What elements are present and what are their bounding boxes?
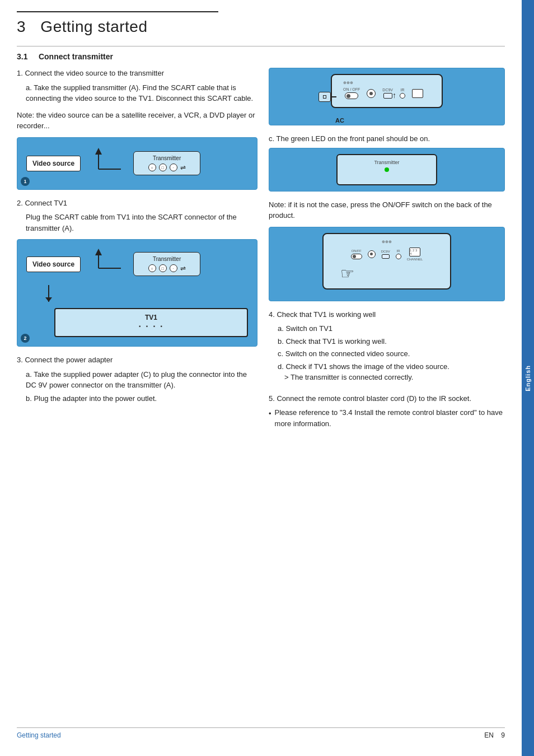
step-badge-1: 1 xyxy=(21,177,30,186)
ac-label: AC xyxy=(335,117,344,124)
transmitter-unit-2: Transmitter ○ □ · ⇌ xyxy=(133,252,200,276)
right-column: ⊕⊕⊕ ON / OFF xyxy=(269,68,505,727)
step2-main: 2. Connect TV1 xyxy=(17,198,257,209)
connector-svg-2 xyxy=(87,249,127,279)
port-square-2: □ xyxy=(159,264,167,272)
footer-en-label: EN xyxy=(484,731,494,739)
chapter-title-text: Getting started xyxy=(40,18,147,35)
tv1-cable-section: TV1 · · · · xyxy=(43,285,248,337)
step4-sub-a: a. Switch on TV1 xyxy=(278,323,505,334)
transmitter-front-diagram: Transmitter xyxy=(269,148,505,192)
left-column: 1. Connect the video source to the trans… xyxy=(17,68,257,727)
hand-pointer-icon: ☞ xyxy=(340,264,354,283)
port-usb-2: ⇌ xyxy=(180,264,186,272)
section-rule xyxy=(17,46,505,46)
step4-sub-d: d. Check if TV1 shows the image of the v… xyxy=(278,361,505,383)
chapter-number: 3 xyxy=(17,18,26,35)
svg-marker-1 xyxy=(95,148,102,155)
tv1-cable-svg xyxy=(43,285,88,302)
port-dot-1: · xyxy=(170,164,177,171)
sidebar-tab: English xyxy=(522,0,534,756)
device-top-row: ⊕⊕⊕ xyxy=(343,81,430,85)
note-right-1: c. The green LED on the front panel shou… xyxy=(269,133,505,144)
transmitter-unit-1: Transmitter ○ □ · ⇌ xyxy=(133,151,200,175)
port-square-1: □ xyxy=(159,164,167,171)
power-switch xyxy=(345,92,358,99)
switch-knob xyxy=(346,94,350,98)
device-diagram-hand: ⊕⊕⊕ ON/FF xyxy=(269,227,505,301)
page-footer: Getting started EN 9 xyxy=(17,727,505,739)
port-circle-1: ○ xyxy=(148,164,156,171)
svg-marker-7 xyxy=(45,297,52,302)
transmitter-top-label: Transmitter xyxy=(346,160,427,165)
top-rule xyxy=(17,11,218,12)
section-title: Connect transmitter xyxy=(39,52,113,61)
connector-svg-1 xyxy=(87,147,127,180)
footer-page-num: 9 xyxy=(501,731,505,739)
note-right-2: Note: if it is not the case, press the O… xyxy=(269,199,505,221)
footer-right-text: EN 9 xyxy=(484,731,505,739)
step3-main: 3. Connect the power adapter xyxy=(17,354,257,366)
step1-note: Note: the video source can be a satellit… xyxy=(17,110,257,132)
device-mid-row: ON / OFF xyxy=(343,87,430,99)
tv1-box: TV1 · · · · xyxy=(54,308,248,337)
step2-sub: Plug the SCART cable from TV1 into the S… xyxy=(26,212,257,234)
step5-main: 5. Connect the remote control blaster co… xyxy=(269,393,505,404)
video-source-label-2: Video source xyxy=(32,260,74,268)
video-source-label-1: Video source xyxy=(32,160,74,167)
sidebar-label: English xyxy=(524,365,531,391)
transmitter-label-2: Transmitter xyxy=(139,256,194,262)
tv1-label: TV1 xyxy=(145,314,157,321)
step1-sub-a: a. Take the supplied transmitter (A). Fi… xyxy=(26,82,257,104)
step3-sub-b: b. Plug the adapter into the power outle… xyxy=(26,393,257,404)
step4-sub-b: b. Check that TV1 is working well. xyxy=(278,336,505,347)
step4-sub-d2-text: > The transmitter is connected correctly… xyxy=(284,373,413,381)
step4-main: 4. Check that TV1 is working well xyxy=(269,309,505,320)
diagram-2: Video source Transmitter xyxy=(17,239,257,347)
device-back-view: ⊕⊕⊕ ON/FF xyxy=(322,233,451,290)
transmitter-top-view: Transmitter xyxy=(336,154,437,185)
bullet-text-1: Please reference to "3.4 Install the rem… xyxy=(275,407,505,429)
diagram-1: Video source Transmitter xyxy=(17,137,257,190)
svg-marker-4 xyxy=(95,249,102,255)
port-usb-1: ⇌ xyxy=(180,164,186,171)
step3-sub-a: a. Take the supplied power adapter (C) t… xyxy=(26,369,257,391)
step4-sub-d-text: d. Check if TV1 shows the image of the v… xyxy=(278,362,449,371)
video-source-box-2: Video source xyxy=(26,256,81,272)
step4-list: a. Switch on TV1 b. Check that TV1 is wo… xyxy=(278,323,505,383)
green-led-dot xyxy=(385,167,389,172)
section-number: 3.1 xyxy=(17,52,27,61)
chapter-title: 3 Getting started xyxy=(17,18,505,36)
step4-sub-c: c. Switch on the connected video source. xyxy=(278,348,505,360)
port-dot-2: · xyxy=(170,264,177,272)
bullet-item-1: • Please reference to "3.4 Install the r… xyxy=(269,407,505,429)
port-circle-2a: ○ xyxy=(148,264,156,272)
device-top-view-ac: ⊕⊕⊕ ON / OFF xyxy=(331,74,443,108)
device-diagram-ac: ⊕⊕⊕ ON / OFF xyxy=(269,68,505,125)
two-col-layout: 1. Connect the video source to the trans… xyxy=(17,68,505,727)
switch-knob-2 xyxy=(353,255,356,258)
footer-left-text: Getting started xyxy=(17,731,61,739)
power-switch-2 xyxy=(351,254,362,259)
bullet-dot-1: • xyxy=(269,408,271,429)
tv-dots: · · · · xyxy=(67,321,236,332)
step-badge-2: 2 xyxy=(21,334,30,343)
section-heading: 3.1 Connect transmitter xyxy=(17,52,505,61)
transmitter-label-1: Transmitter xyxy=(139,155,194,161)
video-source-box-1: Video source xyxy=(26,156,81,171)
step1-main: 1. Connect the video source to the trans… xyxy=(17,68,257,79)
